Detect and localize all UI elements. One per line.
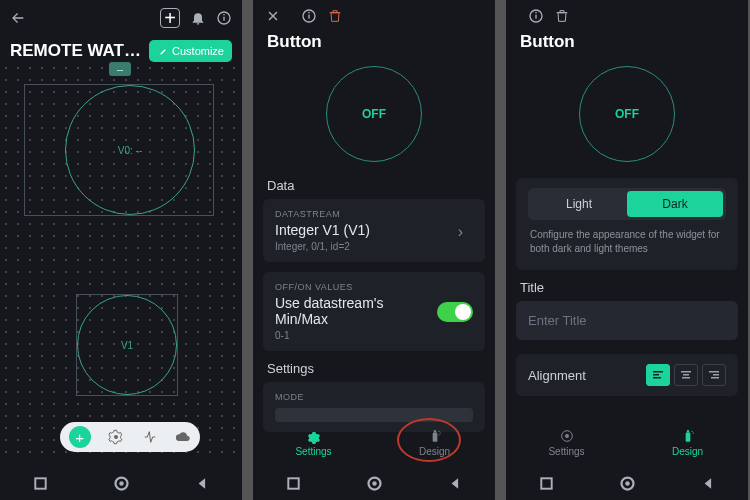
- android-nav: [0, 466, 242, 500]
- alignment-label: Alignment: [528, 368, 646, 383]
- trash-icon[interactable]: [554, 8, 570, 24]
- align-center-icon: [681, 371, 691, 379]
- back-arrow-icon[interactable]: [10, 10, 26, 26]
- nav-back-icon[interactable]: [702, 477, 715, 490]
- nav-recent-icon[interactable]: [287, 477, 300, 490]
- android-nav: [506, 466, 748, 500]
- automation-icon[interactable]: [142, 429, 158, 445]
- gear-icon: [306, 428, 322, 444]
- svg-point-3: [114, 435, 118, 439]
- cloud-icon[interactable]: [175, 429, 191, 445]
- android-nav: [253, 466, 495, 500]
- gear-icon: [559, 428, 575, 444]
- nav-recent-icon[interactable]: [34, 477, 47, 490]
- align-right-button[interactable]: [702, 364, 726, 386]
- svg-rect-29: [711, 377, 719, 379]
- svg-rect-23: [653, 377, 661, 379]
- project-title: REMOTE WATERI...: [10, 41, 141, 61]
- svg-point-38: [625, 481, 630, 486]
- widget-canvas[interactable]: -- V0: -- V1: [0, 62, 242, 460]
- widget-frame-2[interactable]: V1: [76, 294, 178, 396]
- spray-icon: [681, 428, 695, 444]
- chevron-right-icon: ›: [458, 223, 463, 241]
- screen-button-design: Button OFF Light Dark Configure the appe…: [506, 0, 748, 500]
- tab-design[interactable]: Design: [627, 418, 748, 466]
- theme-description: Configure the appearance of the widget f…: [528, 220, 726, 264]
- customize-button[interactable]: Customize: [149, 40, 232, 62]
- info-icon[interactable]: [528, 8, 544, 24]
- offon-toggle[interactable]: [437, 302, 473, 322]
- svg-rect-21: [653, 371, 663, 373]
- wand-icon: [157, 46, 168, 57]
- toolbox-dock: +: [60, 422, 200, 452]
- data-section-title: Data: [253, 178, 495, 199]
- screen-button-settings: Button OFF Data DATASTREAM Integer V1 (V…: [253, 0, 495, 500]
- theme-dark[interactable]: Dark: [627, 191, 723, 217]
- svg-point-30: [565, 434, 569, 438]
- nav-back-icon[interactable]: [196, 477, 209, 490]
- add-widget-button[interactable]: +: [69, 426, 91, 448]
- tab-settings[interactable]: Settings: [506, 418, 627, 466]
- close-icon[interactable]: [265, 8, 281, 24]
- nav-recent-icon[interactable]: [540, 477, 553, 490]
- annotation-circle: [397, 418, 461, 462]
- align-center-button[interactable]: [674, 364, 698, 386]
- button-preview[interactable]: OFF: [326, 66, 422, 162]
- align-left-button[interactable]: [646, 364, 670, 386]
- svg-rect-20: [535, 12, 536, 13]
- svg-rect-28: [713, 374, 719, 376]
- bell-icon[interactable]: [190, 10, 206, 26]
- widget-small[interactable]: --: [109, 62, 131, 76]
- svg-rect-26: [682, 377, 690, 379]
- widget-v1-label: V1: [121, 340, 133, 351]
- svg-point-35: [692, 432, 693, 433]
- align-left-icon: [653, 371, 663, 379]
- theme-toggle: Light Dark: [528, 188, 726, 220]
- svg-point-6: [119, 481, 124, 486]
- theme-card: Light Dark Configure the appearance of t…: [516, 178, 738, 270]
- svg-rect-1: [223, 17, 224, 21]
- align-right-icon: [709, 371, 719, 379]
- nav-home-icon[interactable]: [620, 476, 635, 491]
- tab-settings[interactable]: Settings: [253, 418, 374, 466]
- title-input[interactable]: Enter Title: [516, 301, 738, 340]
- page-title: Button: [506, 32, 748, 60]
- info-icon[interactable]: [216, 10, 232, 26]
- svg-rect-15: [288, 478, 298, 488]
- svg-rect-32: [685, 432, 690, 441]
- svg-rect-19: [535, 15, 536, 19]
- bottom-tabs: Settings Design: [506, 418, 748, 466]
- offon-card: OFF/ON VALUES Use datastream's Min/Max 0…: [263, 272, 485, 351]
- page-title: Button: [253, 32, 495, 60]
- nav-home-icon[interactable]: [114, 476, 129, 491]
- svg-point-17: [372, 481, 377, 486]
- svg-rect-33: [686, 430, 688, 432]
- svg-rect-27: [709, 371, 719, 373]
- add-button[interactable]: +: [160, 8, 180, 28]
- svg-rect-22: [653, 374, 659, 376]
- widget-v0-label: V0: --: [118, 145, 142, 156]
- widget-frame-1[interactable]: V0: --: [24, 84, 214, 216]
- screen-dashboard: + REMOTE WATERI... Customize -- V0: -- V…: [0, 0, 242, 500]
- trash-icon[interactable]: [327, 8, 343, 24]
- gear-icon[interactable]: [108, 429, 124, 445]
- svg-rect-2: [223, 14, 224, 15]
- info-icon[interactable]: [301, 8, 317, 24]
- svg-rect-25: [683, 374, 689, 376]
- title-section-title: Title: [506, 280, 748, 301]
- svg-rect-4: [35, 478, 45, 488]
- svg-point-34: [691, 430, 692, 431]
- svg-rect-24: [681, 371, 691, 373]
- theme-light[interactable]: Light: [531, 191, 627, 217]
- header: +: [0, 0, 242, 36]
- svg-rect-9: [308, 12, 309, 13]
- datastream-card[interactable]: DATASTREAM Integer V1 (V1) Integer, 0/1,…: [263, 199, 485, 262]
- nav-back-icon[interactable]: [449, 477, 462, 490]
- svg-rect-8: [308, 15, 309, 19]
- svg-rect-36: [541, 478, 551, 488]
- nav-home-icon[interactable]: [367, 476, 382, 491]
- settings-section-title: Settings: [253, 361, 495, 382]
- alignment-card: Alignment: [516, 354, 738, 396]
- button-preview[interactable]: OFF: [579, 66, 675, 162]
